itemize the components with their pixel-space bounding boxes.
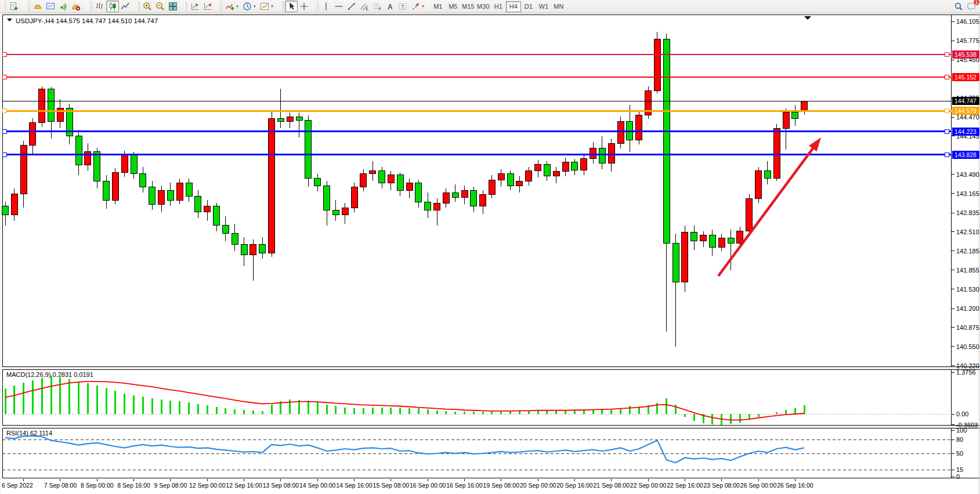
timeframe-m1-button[interactable]: M1 [431, 1, 446, 12]
svg-text:E: E [366, 7, 368, 11]
toolbar-separator [216, 2, 216, 11]
svg-text:F: F [379, 7, 381, 11]
toolbar-separator [24, 2, 24, 11]
new-order-button[interactable] [8, 1, 22, 12]
toolbar-grip[interactable] [89, 2, 92, 11]
text-button[interactable]: A [384, 1, 396, 12]
vertical-line-button[interactable] [320, 1, 332, 12]
crosshair-button[interactable] [298, 1, 310, 12]
toolbar-separator [312, 2, 313, 11]
timeframe-m30-button[interactable]: M30 [476, 1, 491, 12]
crosshair-icon [299, 2, 309, 11]
dropdown-caret-icon: ▼ [253, 5, 256, 8]
line-chart-mode-button[interactable] [119, 1, 132, 12]
periods-clock-icon [243, 2, 252, 11]
chart-shift-button[interactable] [201, 1, 214, 12]
horizontal-line-button[interactable] [332, 1, 345, 12]
timeframe-h1-button[interactable]: H1 [491, 1, 506, 12]
toolbar-separator [181, 2, 182, 11]
auto-trading-button[interactable] [70, 1, 84, 12]
zoom-out-icon [156, 2, 165, 11]
periods-button[interactable]: ▼ [241, 1, 258, 12]
timeframe-m15-button[interactable]: M15 [461, 1, 476, 12]
fibonacci-button[interactable]: F [371, 1, 384, 12]
svg-text:T: T [401, 4, 404, 10]
macd-panel[interactable] [2, 369, 952, 426]
search-button[interactable] [952, 1, 965, 12]
auto-scroll-button[interactable] [189, 1, 201, 12]
auto-trading-icon [71, 2, 81, 11]
toolbar-grip[interactable] [185, 2, 187, 11]
trendline-icon [347, 2, 356, 11]
chart-window-icon [46, 2, 55, 11]
scroll-end-icon [190, 2, 200, 11]
dropdown-caret-icon: ▼ [270, 5, 274, 8]
zoom-out-button[interactable] [154, 1, 167, 12]
timeframe-mn-button[interactable]: MN [551, 1, 566, 12]
toolbar-grip[interactable] [27, 2, 30, 11]
cursor-icon [287, 2, 296, 11]
shift-chart-icon [203, 2, 212, 11]
toolbar-right-group: 1 [952, 1, 978, 12]
signal-icon [59, 2, 68, 11]
timeframe-m5-button[interactable]: M5 [446, 1, 461, 12]
timeframe-h4-button[interactable]: H4 [506, 1, 521, 12]
new-order-icon [9, 2, 19, 11]
arrows-button[interactable]: ▼ [409, 1, 426, 12]
text-icon: A [385, 2, 395, 11]
text-label-button[interactable]: T [396, 1, 409, 12]
trendline-button[interactable] [345, 1, 358, 12]
time-axis[interactable] [2, 479, 952, 493]
text-label-icon: T [398, 2, 407, 11]
toolbar: ▼▼▼EFAT▼M1M5M15M30H1H4D1W1MN1 [0, 0, 980, 13]
arrows-icon [411, 2, 420, 11]
indicators-button[interactable]: ▼ [223, 1, 241, 12]
notifications-button[interactable]: 1 [965, 1, 978, 12]
market-watch-button[interactable] [44, 1, 57, 12]
horizontal-line-icon [334, 2, 343, 11]
toolbar-grip[interactable] [219, 2, 222, 11]
gold-icon [33, 2, 42, 11]
bar-chart-icon [95, 2, 104, 11]
vertical-line-icon [321, 2, 331, 11]
candlestick-mode-button[interactable] [106, 1, 119, 12]
svg-text:A: A [388, 3, 393, 11]
toolbar-separator [86, 2, 86, 11]
channel-icon: E [360, 2, 369, 11]
bar-chart-mode-button[interactable] [93, 1, 106, 12]
toolbar-grip[interactable] [137, 2, 140, 11]
line-chart-icon [121, 2, 130, 11]
templates-icon [260, 2, 269, 11]
dropdown-caret-icon: ▼ [236, 5, 239, 8]
indicators-icon [225, 2, 234, 11]
search-icon [954, 2, 963, 11]
tile-windows-icon [168, 2, 178, 11]
signals-button[interactable] [57, 1, 70, 12]
price-axis[interactable] [952, 14, 980, 478]
dropdown-caret-icon: ▼ [421, 5, 425, 8]
zoom-in-icon [143, 2, 152, 11]
toolbar-separator [428, 2, 429, 11]
notification-badge: 1 [973, 0, 980, 6]
toolbar-grip[interactable] [281, 2, 284, 11]
rsi-panel[interactable] [2, 428, 952, 478]
toolbar-grip[interactable] [316, 2, 319, 11]
deposit-button[interactable] [31, 1, 44, 12]
templates-button[interactable]: ▼ [258, 1, 276, 12]
toolbar-grip[interactable] [3, 2, 6, 11]
main-chart-panel[interactable] [2, 14, 952, 367]
cursor-button[interactable] [285, 1, 298, 12]
toolbar-separator [277, 2, 278, 11]
fibonacci-icon: F [373, 2, 382, 11]
channel-button[interactable]: E [358, 1, 371, 12]
timeframe-w1-button[interactable]: W1 [536, 1, 551, 12]
tile-windows-button[interactable] [167, 1, 179, 12]
zoom-in-button[interactable] [141, 1, 154, 12]
toolbar-separator [133, 2, 134, 11]
candlestick-icon [108, 2, 117, 11]
timeframe-d1-button[interactable]: D1 [521, 1, 536, 12]
chart-window: 146.105145.775145.450145.125144.795144.4… [0, 0, 980, 494]
